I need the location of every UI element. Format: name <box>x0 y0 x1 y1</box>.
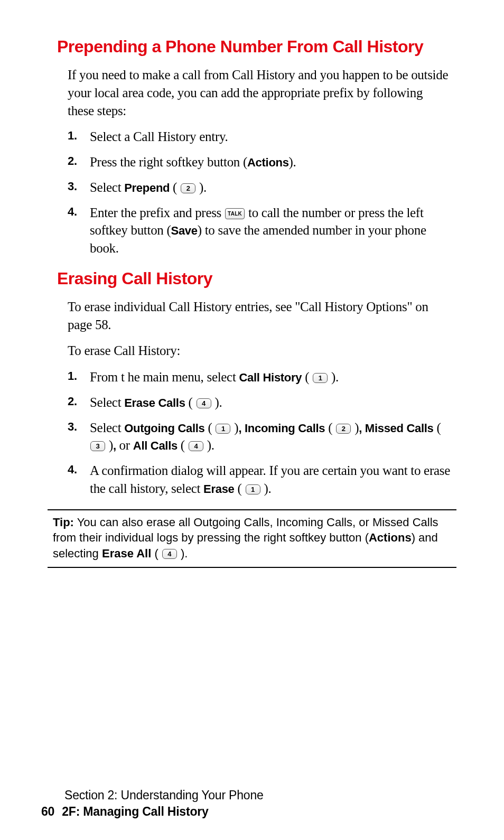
step-text: Select a Call History entry. <box>90 129 228 144</box>
step-text: ( <box>170 180 180 194</box>
step-text: Select <box>90 421 124 435</box>
key-2-icon: 2 <box>181 183 195 193</box>
actions-label: Actions <box>369 531 412 544</box>
tip-text: ). <box>178 547 188 560</box>
step-2: 2. Select Erase Calls ( 4 ). <box>68 394 451 412</box>
step-text: ). <box>212 395 222 409</box>
step-1: 1. Select a Call History entry. <box>68 128 451 146</box>
all-calls-label: All Calls <box>133 439 178 452</box>
outgoing-calls-label: Outgoing Calls <box>124 422 204 435</box>
step-number: 3. <box>68 179 77 194</box>
step-text: ( <box>434 421 441 435</box>
step-number: 4. <box>68 462 77 478</box>
step-text: ). <box>328 370 339 384</box>
step-text: ). <box>204 438 214 452</box>
key-1-icon: 1 <box>216 424 230 434</box>
prepend-label: Prepend <box>124 181 170 194</box>
comma: , <box>238 422 245 435</box>
step-text: From t he main menu, select <box>90 370 239 384</box>
key-4-icon: 4 <box>162 549 177 559</box>
step-text: ( <box>204 421 215 435</box>
key-1-icon: 1 <box>246 484 260 494</box>
step-text: or <box>119 438 133 452</box>
step-text: Enter the prefix and press <box>90 206 225 220</box>
step-text: ( <box>185 395 196 409</box>
step-number: 1. <box>68 128 77 144</box>
step-text: ) <box>231 421 238 435</box>
tip-text: ( <box>151 547 162 560</box>
key-2-icon: 2 <box>336 424 351 434</box>
call-history-label: Call History <box>239 371 302 384</box>
step-number: 3. <box>68 419 77 435</box>
footer-chapter-line: 602F: Managing Call History <box>41 805 504 819</box>
erase-calls-label: Erase Calls <box>124 396 185 409</box>
step-text: ( <box>302 370 312 384</box>
steps-prepending: 1. Select a Call History entry. 2. Press… <box>68 128 451 257</box>
chapter-title: 2F: Managing Call History <box>62 805 208 818</box>
save-label: Save <box>171 224 198 237</box>
step-text: ( <box>178 438 188 452</box>
action-label: Actions <box>247 156 289 169</box>
intro-erasing-2: To erase Call History: <box>68 342 451 360</box>
key-3-icon: 3 <box>90 441 105 451</box>
comma: , <box>113 439 119 452</box>
step-text: ( <box>325 421 335 435</box>
incoming-calls-label: Incoming Calls <box>245 422 325 435</box>
footer-section-line: Section 2: Understanding Your Phone <box>64 788 504 802</box>
step-text: Select <box>90 395 124 409</box>
step-number: 4. <box>68 204 77 220</box>
tip-label: Tip: <box>53 516 74 529</box>
key-4-icon: 4 <box>197 398 211 408</box>
intro-erasing-1: To erase individual Call History entries… <box>68 298 451 334</box>
page-number: 60 <box>41 805 54 819</box>
erase-label: Erase <box>203 482 234 496</box>
step-number: 1. <box>68 368 77 384</box>
comma: , <box>359 422 365 435</box>
step-2: 2. Press the right softkey button (Actio… <box>68 153 451 171</box>
heading-prepending: Prepending a Phone Number From Call Hist… <box>57 37 451 57</box>
key-1-icon: 1 <box>313 373 328 383</box>
key-4-icon: 4 <box>189 441 203 451</box>
step-text: Select <box>90 180 124 194</box>
erase-all-label: Erase All <box>102 547 151 560</box>
step-text: Press the right softkey button ( <box>90 155 247 169</box>
step-text: ( <box>235 481 245 496</box>
step-4: 4. Enter the prefix and press TALK to ca… <box>68 204 451 257</box>
page-footer: Section 2: Understanding Your Phone 602F… <box>0 788 504 819</box>
step-text: ). <box>196 180 207 194</box>
steps-erasing: 1. From t he main menu, select Call Hist… <box>68 368 451 498</box>
step-3: 3. Select Outgoing Calls ( 1 ), Incoming… <box>68 419 451 455</box>
step-number: 2. <box>68 153 77 169</box>
step-text: ). <box>289 155 296 169</box>
tip-box: Tip: You can also erase all Outgoing Cal… <box>48 509 456 568</box>
step-text: ) <box>106 438 113 452</box>
talk-key-icon: TALK <box>225 208 245 219</box>
step-text: ). <box>261 481 272 496</box>
missed-calls-label: Missed Calls <box>365 422 434 435</box>
step-4: 4. A confirmation dialog will appear. If… <box>68 462 451 498</box>
step-number: 2. <box>68 394 77 409</box>
step-text: ) <box>351 421 359 435</box>
intro-prepending: If you need to make a call from Call His… <box>68 66 451 119</box>
heading-erasing: Erasing Call History <box>57 269 451 288</box>
step-3: 3. Select Prepend ( 2 ). <box>68 179 451 197</box>
step-1: 1. From t he main menu, select Call Hist… <box>68 368 451 386</box>
